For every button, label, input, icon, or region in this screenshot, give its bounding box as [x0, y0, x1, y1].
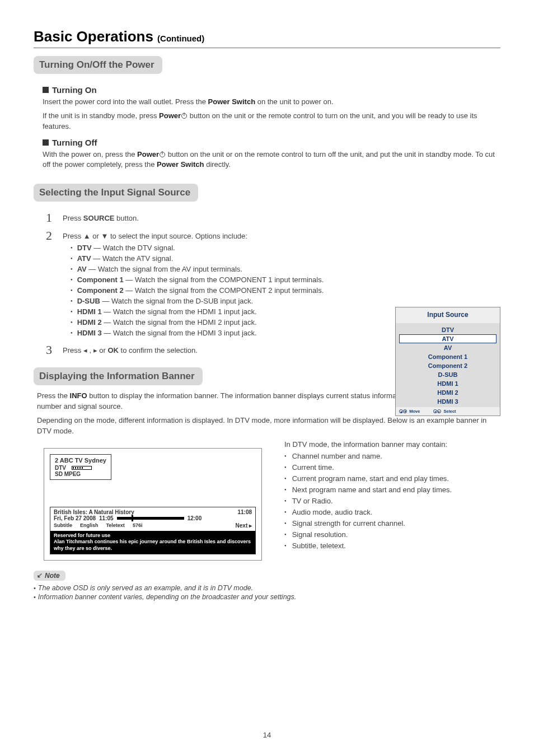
bold: SOURCE: [83, 214, 115, 222]
banner-info-list: Channel number and name.Current time.Cur…: [284, 452, 500, 550]
power-icon: [160, 152, 165, 157]
osd-item: HDMI 2: [396, 388, 500, 397]
input-option: DTV — Watch the DTV signal.: [71, 244, 376, 252]
banner-end-time: 11:08: [237, 509, 252, 515]
osd-list: DTVATVAVComponent 1Component 2D-SUBHDMI …: [396, 323, 500, 407]
osd-item: AV: [396, 343, 500, 352]
banner-info-item: Current time.: [284, 463, 500, 472]
banner-channel: 2 ABC TV Sydney: [55, 457, 106, 464]
banner-info-item: Subtitle, teletext.: [284, 542, 500, 550]
note-1: The above OSD is only served as an examp…: [34, 584, 500, 592]
text: directly.: [204, 160, 231, 169]
banner-info-item: TV or Radio.: [284, 497, 500, 505]
step-1: 1 Press SOURCE button.: [46, 211, 500, 225]
page-title: Basic Operations (Continued): [34, 28, 500, 45]
osd-item: DTV: [396, 325, 500, 334]
osd-input-source-panel: Input Source DTVATVAVComponent 1Componen…: [395, 307, 500, 416]
banner-p2: Depending on the mode, different informa…: [37, 416, 500, 437]
step-number: 1: [46, 211, 63, 225]
title-main: Basic Operations: [34, 28, 153, 45]
banner-lang: English: [80, 522, 99, 529]
osd-footer: ▲▼ Move ◂▸ Select: [396, 407, 500, 416]
step-number: 3: [46, 343, 63, 357]
subhead-turning-off: Turning Off: [43, 138, 500, 147]
bold: OK: [107, 346, 119, 354]
bold: INFO: [70, 391, 87, 400]
banner-info-item: Current program name, start and end play…: [284, 474, 500, 483]
bold: Power Switch: [157, 160, 204, 169]
banner-desc1: Reserved for future use: [54, 533, 252, 539]
banner-mid-time: 12:00: [188, 515, 202, 521]
input-option: D-SUB — Watch the signal from the D-SUB …: [71, 297, 376, 305]
text: Press ◂ , ▸ or: [63, 346, 107, 354]
banner-res: 576i: [133, 522, 143, 529]
osd-move-label: Move: [409, 409, 420, 414]
osd-item: ATV: [399, 334, 496, 343]
text: on the unit to power on.: [255, 97, 333, 106]
note-label: Note: [34, 571, 65, 581]
banner-next: Next ▸: [236, 522, 252, 529]
banner-info-item: Channel number and name.: [284, 452, 500, 460]
text: Insert the power cord into the wall outl…: [43, 97, 208, 106]
step-number: 2: [46, 228, 63, 243]
osd-item: D-SUB: [396, 370, 500, 379]
input-option: Component 2 — Watch the signal from the …: [71, 286, 376, 295]
osd-item: Component 1: [396, 352, 500, 361]
banner-info-item: Signal strength for current channel.: [284, 519, 500, 528]
banner-info-item: Next program name and start and end play…: [284, 486, 500, 494]
section-heading-banner: Displaying the Information Banner: [34, 367, 203, 385]
banner-bottom: British Isles: A Natural History 11:08 F…: [50, 507, 256, 554]
banner-start-time: 11:05: [99, 515, 114, 521]
osd-title: Input Source: [396, 307, 500, 323]
banner-desc: Reserved for future use Alan Titchmarsh …: [50, 531, 255, 554]
banner-subtitle: Subtitle: [54, 522, 72, 529]
input-options-list: DTV — Watch the DTV signal.ATV — Watch t…: [71, 244, 376, 337]
text: to confirm the selection.: [119, 346, 198, 354]
turning-off-p: With the power on, press the Power butto…: [43, 150, 500, 171]
page-number: 14: [0, 731, 534, 739]
banner-sd: SD MPEG: [55, 471, 106, 477]
bold: Power: [137, 150, 159, 158]
banner-teletext: Teletext: [106, 522, 125, 529]
note-2: Information banner content varies, depen…: [34, 593, 500, 601]
banner-desc2: Alan Titchmarsh continues his epic journ…: [54, 539, 252, 552]
subhead-turning-on: Turning On: [43, 85, 500, 95]
text: If the unit is in standby mode, press: [43, 111, 159, 120]
input-option: ATV — Watch the ATV signal.: [71, 254, 376, 263]
input-option: Component 1 — Watch the signal from the …: [71, 276, 376, 284]
banner-info-intro: In DTV mode, the information banner may …: [284, 440, 500, 449]
text: With the power on, press the: [43, 150, 137, 158]
info-banner-example: 2 ABC TV Sydney DTV SD MPEG British Isle…: [44, 448, 262, 561]
osd-select-label: Select: [444, 409, 456, 414]
power-icon: [181, 113, 187, 119]
text: button.: [114, 214, 138, 222]
osd-item: HDMI 3: [396, 397, 500, 406]
banner-info-item: Signal resolution.: [284, 530, 500, 539]
text: Press: [63, 214, 83, 222]
banner-info-item: Audio mode, audio track.: [284, 508, 500, 516]
title-suffix: (Continued): [157, 34, 204, 43]
input-option: HDMI 2 — Watch the signal from the HDMI …: [71, 318, 376, 326]
banner-mode: DTV: [55, 465, 66, 471]
turning-on-p2: If the unit is in standby mode, press Po…: [43, 111, 500, 132]
banner-date: Fri, Feb 27 2008: [54, 515, 96, 521]
turning-on-p1: Insert the power cord into the wall outl…: [43, 97, 500, 108]
bold: Power Switch: [208, 97, 256, 106]
text: Press ▲ or ▼ to select the input source.…: [63, 232, 247, 240]
input-option: HDMI 3 — Watch the signal from the HDMI …: [71, 329, 376, 337]
input-option: HDMI 1 — Watch the signal from the HDMI …: [71, 307, 376, 316]
osd-item: HDMI 1: [396, 379, 500, 388]
section-heading-power: Turning On/Off the Power: [34, 56, 162, 74]
title-rule: [34, 48, 500, 48]
banner-top: 2 ABC TV Sydney DTV SD MPEG: [50, 454, 111, 480]
banner-info-list-col: In DTV mode, the information banner may …: [284, 440, 500, 553]
osd-item: Component 2: [396, 361, 500, 370]
progress-bar-icon: [117, 517, 184, 520]
input-option: AV — Watch the signal from the AV input …: [71, 265, 376, 273]
section-heading-input: Selecting the Input Signal Source: [34, 184, 198, 202]
text: Press the: [37, 391, 70, 400]
banner-prog: British Isles: A Natural History: [54, 509, 134, 515]
bold: Power: [159, 111, 181, 120]
signal-bar-icon: [72, 466, 92, 470]
